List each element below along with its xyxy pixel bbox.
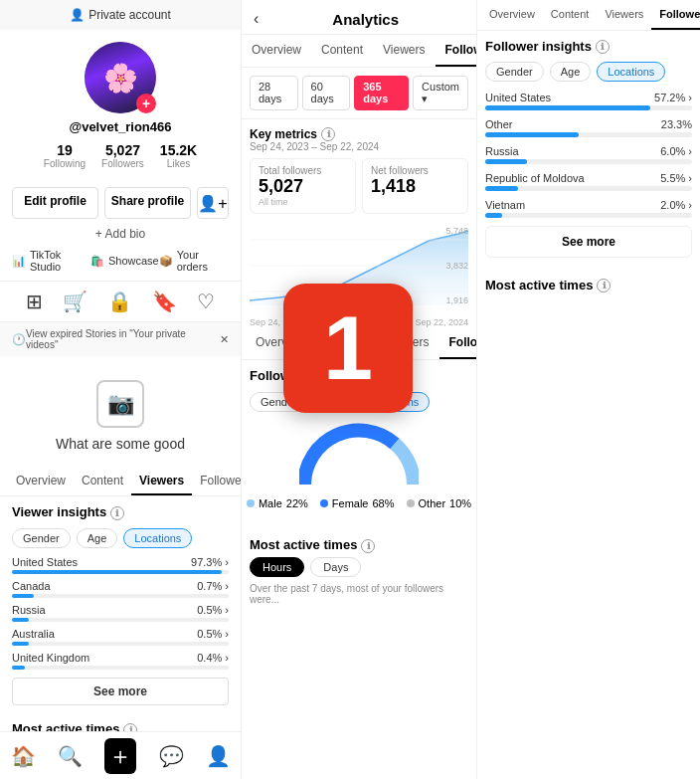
see-more-button[interactable]: See more bbox=[12, 678, 229, 705]
tab-viewers[interactable]: Viewers bbox=[131, 468, 192, 495]
profile-links-row: 📊 TikTok Studio 🛍️ Showcase 📦 Your order… bbox=[0, 241, 241, 281]
private-account-label: Private account bbox=[88, 8, 171, 22]
bnav-profile[interactable]: 👤 bbox=[206, 744, 231, 768]
center-hours-days: Hours Days bbox=[250, 557, 468, 577]
tab-overview[interactable]: Overview bbox=[8, 468, 74, 495]
analytics-tab-followers[interactable]: Followers bbox=[436, 35, 476, 67]
total-followers-sub: All time bbox=[259, 197, 347, 207]
date-60-days[interactable]: 60 days bbox=[302, 76, 351, 110]
rp-country-row-russia: Russia 6.0% › bbox=[485, 145, 692, 164]
chip-gender[interactable]: Gender bbox=[12, 528, 71, 548]
country-row-uk: United Kingdom 0.4% › bbox=[12, 652, 229, 670]
tiktok-studio-link[interactable]: 📊 TikTok Studio bbox=[12, 249, 90, 273]
bnav-inbox[interactable]: 💬 bbox=[159, 744, 184, 768]
center-most-active: Most active times ℹ Hours Days Over the … bbox=[242, 521, 476, 613]
add-person-button[interactable]: 👤+ bbox=[197, 187, 229, 219]
country-percent: 0.5% › bbox=[197, 604, 229, 616]
date-28-days[interactable]: 28 days bbox=[250, 76, 298, 110]
date-range-row: 28 days 60 days 365 days Custom ▾ bbox=[242, 68, 476, 119]
content-placeholder: 📷 What are some good bbox=[0, 356, 241, 460]
lock-icon[interactable]: 🔒 bbox=[107, 290, 132, 313]
bnav-search[interactable]: 🔍 bbox=[58, 744, 83, 768]
ab-tab-followers[interactable]: Followers bbox=[439, 327, 476, 359]
profile-panel: 👤 Private account 🌸 + @velvet_rion466 19… bbox=[0, 0, 242, 779]
analytics-tabs-bottom: Overview Content Viewers Followers Li... bbox=[0, 468, 241, 496]
viewer-insights-info-icon[interactable]: ℹ bbox=[110, 506, 124, 520]
country-name: Canada bbox=[12, 580, 51, 592]
center-days-btn[interactable]: Days bbox=[310, 557, 361, 577]
country-percent: 97.3% › bbox=[191, 556, 229, 568]
gender-chart-area bbox=[250, 420, 468, 489]
analytics-header: ‹ Analytics bbox=[242, 0, 476, 35]
heart-icon[interactable]: ♡ bbox=[197, 290, 215, 313]
tiktok-studio-icon: 📊 bbox=[12, 255, 26, 268]
key-metrics-subtitle: Sep 24, 2023 – Sep 22, 2024 bbox=[250, 141, 468, 152]
legend-other: Other 10% bbox=[407, 497, 472, 509]
add-bio-label: + Add bio bbox=[95, 227, 145, 241]
following-count: 19 bbox=[57, 142, 73, 158]
country-name: United Kingdom bbox=[12, 652, 89, 664]
country-percent: 0.4% › bbox=[197, 652, 229, 664]
rp-most-active: Most active times ℹ bbox=[477, 270, 700, 300]
close-icon[interactable]: ✕ bbox=[220, 333, 229, 346]
showcase-icon: 🛍️ bbox=[90, 255, 104, 268]
male-dot bbox=[247, 499, 255, 507]
country-row-au: Australia 0.5% › bbox=[12, 628, 229, 646]
rp-tab-viewers[interactable]: Viewers bbox=[597, 0, 651, 30]
rp-chip-gender[interactable]: Gender bbox=[485, 62, 544, 82]
shop-icon[interactable]: 🛒 bbox=[63, 290, 88, 313]
tab-content[interactable]: Content bbox=[74, 468, 131, 495]
country-row-ca: Canada 0.7% › bbox=[12, 580, 229, 598]
analytics-tab-content[interactable]: Content bbox=[311, 35, 373, 67]
edit-profile-button[interactable]: Edit profile bbox=[12, 187, 98, 219]
rp-fi-info-icon[interactable]: ℹ bbox=[596, 40, 610, 54]
bottom-nav: 🏠 🔍 ＋ 💬 👤 bbox=[0, 731, 242, 779]
rp-tab-overview[interactable]: Overview bbox=[481, 0, 543, 30]
grid-icon[interactable]: ⊞ bbox=[26, 290, 43, 313]
back-arrow[interactable]: ‹ bbox=[254, 10, 259, 28]
bnav-plus[interactable]: ＋ bbox=[104, 738, 136, 774]
bookmark-icon[interactable]: 🔖 bbox=[152, 290, 177, 313]
inbox-icon: 💬 bbox=[159, 744, 184, 768]
nav-icons-row: ⊞ 🛒 🔒 🔖 ♡ bbox=[0, 281, 241, 322]
avatar-add-button[interactable]: + bbox=[136, 94, 156, 113]
chart-y-min: 1,916 bbox=[445, 295, 468, 305]
stat-likes: 15.2K Likes bbox=[160, 142, 197, 169]
rp-chip-locations[interactable]: Locations bbox=[597, 62, 665, 82]
showcase-link[interactable]: 🛍️ Showcase bbox=[90, 249, 159, 273]
net-followers-value: 1,418 bbox=[371, 176, 459, 197]
total-followers-card: Total followers 5,027 All time bbox=[250, 158, 356, 214]
chip-locations[interactable]: Locations bbox=[123, 528, 192, 548]
legend-male: Male 22% bbox=[247, 497, 308, 509]
home-icon: 🏠 bbox=[11, 744, 36, 768]
rp-country-row-us: United States 57.2% › bbox=[485, 92, 692, 110]
rp-see-more-button[interactable]: See more bbox=[485, 226, 692, 258]
plus-icon: ＋ bbox=[104, 738, 136, 774]
country-row-us: United States 97.3% › bbox=[12, 556, 229, 574]
rp-chip-age[interactable]: Age bbox=[550, 62, 592, 82]
avatar-wrap: 🌸 + bbox=[85, 42, 156, 113]
analytics-tab-viewers[interactable]: Viewers bbox=[373, 35, 435, 67]
net-followers-label: Net followers bbox=[371, 165, 459, 176]
your-orders-link[interactable]: 📦 Your orders bbox=[159, 249, 229, 273]
center-hours-btn[interactable]: Hours bbox=[250, 557, 304, 577]
analytics-tab-overview[interactable]: Overview bbox=[242, 35, 311, 67]
content-text: What are some good bbox=[56, 436, 185, 452]
tab-followers[interactable]: Followers bbox=[192, 468, 242, 495]
center-mat-info-icon[interactable]: ℹ bbox=[361, 539, 375, 553]
viewer-insights-section: Viewer insights ℹ Gender Age Locations U… bbox=[0, 496, 241, 713]
bnav-home[interactable]: 🏠 bbox=[11, 744, 36, 768]
likes-count: 15.2K bbox=[160, 142, 197, 158]
add-bio-row[interactable]: + Add bio bbox=[0, 227, 241, 241]
notification-number: 1 bbox=[323, 297, 373, 400]
share-profile-button[interactable]: Share profile bbox=[104, 187, 191, 219]
center-mat-subtitle: Over the past 7 days, most of your follo… bbox=[250, 583, 468, 605]
date-365-days[interactable]: 365 days bbox=[354, 76, 409, 110]
rp-tab-followers[interactable]: Followers bbox=[651, 0, 700, 30]
rp-tab-content[interactable]: Content bbox=[543, 0, 598, 30]
chart-y-max: 5,748 bbox=[445, 226, 468, 236]
date-custom[interactable]: Custom ▾ bbox=[413, 76, 468, 110]
key-metrics-info-icon[interactable]: ℹ bbox=[321, 127, 335, 141]
rp-mat-info-icon[interactable]: ℹ bbox=[597, 279, 611, 292]
chip-age[interactable]: Age bbox=[77, 528, 118, 548]
